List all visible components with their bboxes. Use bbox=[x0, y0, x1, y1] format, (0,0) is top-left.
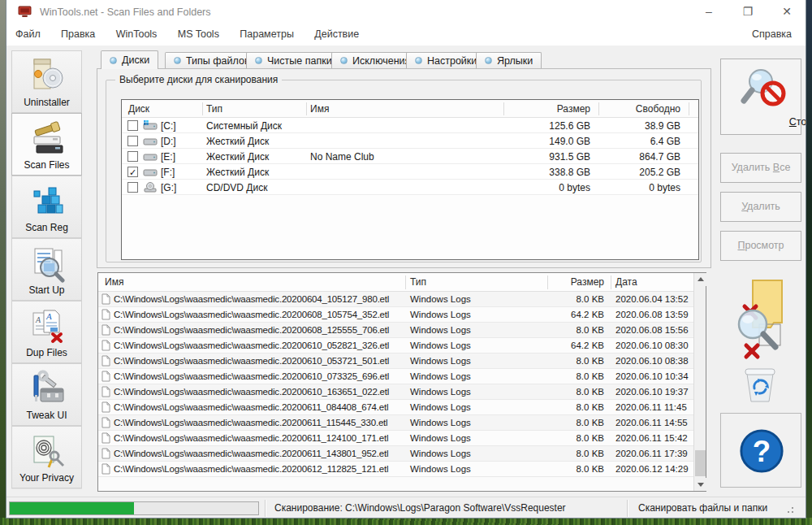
file-icon bbox=[102, 401, 110, 413]
drive-checkbox[interactable] bbox=[127, 136, 138, 146]
scroll-down-button[interactable] bbox=[694, 478, 706, 491]
col-name[interactable]: Имя bbox=[310, 103, 329, 115]
file-path: C:\Windows\Logs\waasmedic\waasmedic.2020… bbox=[114, 418, 387, 427]
file-row[interactable]: C:\Windows\Logs\waasmedic\waasmedic.2020… bbox=[98, 384, 693, 400]
drive-checkbox[interactable] bbox=[127, 120, 138, 131]
cd-drive-icon bbox=[143, 182, 158, 193]
drive-row[interactable]: [G:] CD/DVD Диск 0 bytes 0 bytes bbox=[122, 180, 698, 195]
drive-checkbox[interactable] bbox=[127, 151, 138, 162]
file-type: Windows Logs bbox=[410, 464, 471, 474]
delete-button[interactable]: Удалить bbox=[720, 192, 801, 222]
tab-label: Чистые папки bbox=[267, 55, 332, 67]
col-type[interactable]: Тип bbox=[206, 103, 222, 115]
drive-row[interactable]: [C:] Системный Диск 125.6 GB 38.9 GB bbox=[122, 118, 698, 133]
col-size[interactable]: Размер bbox=[571, 276, 604, 288]
recycle-bin-icon bbox=[741, 364, 779, 405]
col-free[interactable]: Свободно bbox=[636, 103, 680, 115]
title-bar[interactable]: WinTools.net - Scan Files and Folders – … bbox=[6, 0, 806, 24]
resize-grip[interactable] bbox=[784, 504, 794, 514]
sidebar-label: Dup Files bbox=[12, 347, 81, 358]
tab-dot-icon bbox=[340, 57, 348, 64]
file-icon bbox=[102, 371, 110, 382]
file-path: C:\Windows\Logs\waasmedic\waasmedic.2020… bbox=[114, 356, 389, 366]
col-drive[interactable]: Диск bbox=[128, 103, 149, 115]
file-row[interactable]: C:\Windows\Logs\waasmedic\waasmedic.2020… bbox=[98, 446, 693, 462]
tab-disks[interactable]: Диски bbox=[101, 50, 158, 69]
tab-file-types[interactable]: Типы файлов bbox=[165, 52, 259, 68]
file-icon bbox=[102, 324, 110, 336]
scroll-up-button[interactable] bbox=[694, 273, 706, 286]
minimize-button[interactable]: – bbox=[695, 0, 723, 23]
menu-file[interactable]: Файл bbox=[6, 24, 50, 40]
drives-table-header[interactable]: Диск Тип Имя Размер Свободно bbox=[122, 100, 698, 118]
sidebar-item-your-privacy[interactable]: Your Privacy bbox=[11, 426, 82, 488]
file-row[interactable]: C:\Windows\Logs\waasmedic\waasmedic.2020… bbox=[98, 462, 693, 477]
file-row[interactable]: C:\Windows\Logs\waasmedic\waasmedic.2020… bbox=[98, 369, 693, 384]
menu-params[interactable]: Параметры bbox=[231, 24, 303, 40]
file-icon bbox=[102, 386, 110, 397]
help-button[interactable]: ? bbox=[720, 413, 801, 488]
col-date[interactable]: Дата bbox=[615, 276, 637, 288]
tab-shortcuts[interactable]: Ярлыки bbox=[476, 52, 542, 68]
menu-help[interactable]: Справка bbox=[743, 24, 801, 40]
drive-checkbox-checked[interactable]: ✓ bbox=[127, 167, 138, 177]
file-row[interactable]: C:\Windows\Logs\waasmedic\waasmedic.2020… bbox=[98, 354, 693, 369]
sidebar-item-tweak-ui[interactable]: Tweak UI bbox=[11, 363, 82, 426]
file-icon bbox=[102, 355, 110, 367]
stop-button[interactable]: Стоп bbox=[720, 59, 801, 135]
file-date: 2020.06.04 13:52 bbox=[615, 294, 689, 304]
delete-all-button[interactable]: Удалить Все bbox=[720, 153, 801, 183]
tab-settings[interactable]: Настройки bbox=[406, 52, 486, 68]
menu-wintools[interactable]: WinTools bbox=[107, 24, 166, 40]
maximize-button[interactable]: ❐ bbox=[734, 0, 762, 23]
drive-checkbox[interactable] bbox=[127, 182, 138, 193]
file-type: Windows Logs bbox=[410, 371, 471, 381]
drive-row[interactable]: [D:] Жесткий Диск 149.0 GB 6.4 GB bbox=[122, 133, 698, 149]
files-table-header[interactable]: Имя Тип Размер Дата bbox=[98, 273, 693, 292]
sidebar-item-scan-reg[interactable]: Scan Reg bbox=[11, 176, 82, 238]
sidebar-item-dup-files[interactable]: A A Dup Files bbox=[11, 301, 82, 363]
file-date: 2020.06.10 19:37 bbox=[615, 387, 689, 397]
menu-action[interactable]: Действие bbox=[305, 24, 368, 40]
scan-files-icon bbox=[28, 119, 67, 158]
file-type: Windows Logs bbox=[410, 449, 471, 458]
col-name[interactable]: Имя bbox=[105, 276, 123, 288]
sidebar-item-start-up[interactable]: Start Up bbox=[11, 238, 82, 301]
file-icon bbox=[102, 340, 110, 351]
folder-search-icon bbox=[732, 277, 790, 362]
drive-free: 38.9 GB bbox=[645, 120, 680, 132]
menu-edit[interactable]: Правка bbox=[52, 24, 104, 40]
file-row[interactable]: C:\Windows\Logs\waasmedic\waasmedic.2020… bbox=[98, 431, 693, 446]
vertical-scrollbar[interactable] bbox=[693, 273, 706, 491]
file-date: 2020.06.11 14:55 bbox=[615, 418, 688, 427]
col-size[interactable]: Размер bbox=[557, 103, 590, 115]
file-date: 2020.06.10 10:34 bbox=[615, 371, 689, 381]
sidebar-label: Tweak UI bbox=[12, 410, 81, 421]
file-icon bbox=[102, 417, 110, 428]
file-row[interactable]: C:\Windows\Logs\waasmedic\waasmedic.2020… bbox=[98, 415, 693, 431]
drive-free: 864.7 GB bbox=[639, 151, 680, 163]
file-path: C:\Windows\Logs\waasmedic\waasmedic.2020… bbox=[114, 325, 389, 335]
file-row[interactable]: C:\Windows\Logs\waasmedic\waasmedic.2020… bbox=[98, 400, 693, 415]
status-separator bbox=[265, 500, 266, 517]
file-row[interactable]: C:\Windows\Logs\waasmedic\waasmedic.2020… bbox=[98, 292, 693, 307]
sidebar-item-scan-files[interactable]: Scan Files bbox=[11, 113, 82, 176]
window-title: WinTools.net - Scan Files and Folders bbox=[40, 7, 211, 18]
file-row[interactable]: C:\Windows\Logs\waasmedic\waasmedic.2020… bbox=[98, 307, 693, 323]
menu-mstools[interactable]: MS Tools bbox=[169, 24, 228, 40]
sidebar-item-uninstaller[interactable]: Uninstaller bbox=[11, 50, 82, 113]
file-date: 2020.06.12 14:29 bbox=[615, 464, 689, 474]
scrollbar-thumb[interactable] bbox=[695, 450, 706, 476]
drive-row[interactable]: ✓ [F:] Жесткий Диск 338.8 GB 205.2 GB bbox=[122, 164, 698, 180]
file-path: C:\Windows\Logs\waasmedic\waasmedic.2020… bbox=[114, 464, 388, 474]
tab-dot-icon bbox=[415, 57, 422, 64]
close-button[interactable]: ✕ bbox=[773, 0, 801, 23]
drive-row[interactable]: [E:] Жесткий Диск No Name Club 931.5 GB … bbox=[122, 149, 698, 164]
file-row[interactable]: C:\Windows\Logs\waasmedic\waasmedic.2020… bbox=[98, 323, 693, 338]
file-date: 2020.06.08 13:59 bbox=[615, 310, 689, 319]
preview-button[interactable]: Просмотр bbox=[720, 231, 801, 261]
wallpaper-left bbox=[0, 0, 6, 525]
file-row[interactable]: C:\Windows\Logs\waasmedic\waasmedic.2020… bbox=[98, 338, 693, 354]
col-type[interactable]: Тип bbox=[410, 276, 426, 288]
tab-empty-folders[interactable]: Чистые папки bbox=[246, 52, 341, 68]
